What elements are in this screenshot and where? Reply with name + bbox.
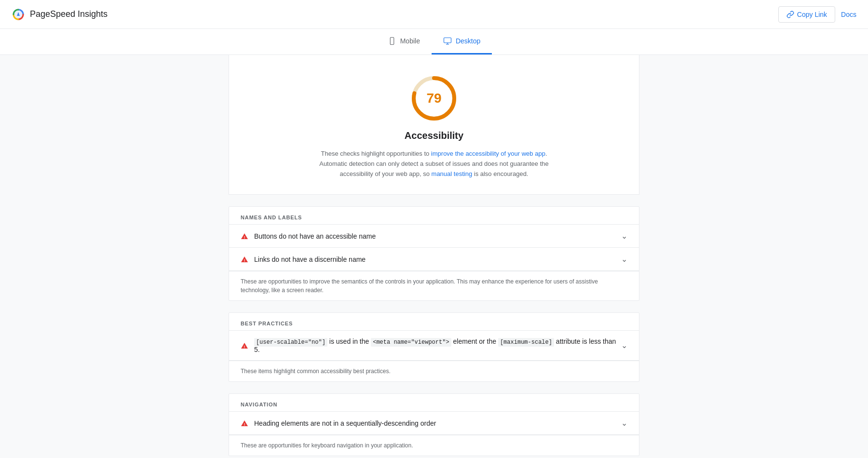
code-meta-viewport: <meta name="viewport"> bbox=[371, 338, 451, 347]
mobile-icon bbox=[388, 37, 396, 45]
pagespeed-logo bbox=[12, 8, 25, 21]
accessibility-link[interactable]: improve the accessibility of your web ap… bbox=[431, 150, 545, 157]
score-circle: 79 bbox=[410, 74, 458, 122]
section-names-and-labels: NAMES AND LABELS ! Buttons do not have a… bbox=[229, 206, 639, 301]
audit-item-viewport[interactable]: ! [user-scalable="no"] is used in the <m… bbox=[229, 331, 639, 361]
audit-text-headings: Heading elements are not in a sequential… bbox=[254, 419, 436, 427]
score-section: 79 Accessibility These checks highlight … bbox=[229, 55, 639, 195]
section-note-navigation: These are opportunities for keyboard nav… bbox=[229, 435, 639, 456]
section-note-best-practices: These items highlight common accessibili… bbox=[229, 361, 639, 381]
page-header: PageSpeed Insights Copy Link Docs bbox=[0, 0, 868, 29]
section-heading-names-labels: NAMES AND LABELS bbox=[229, 207, 639, 225]
tab-desktop[interactable]: Desktop bbox=[432, 29, 492, 54]
warning-icon-2: ! bbox=[241, 256, 248, 263]
app-title: PageSpeed Insights bbox=[30, 9, 108, 19]
svg-rect-4 bbox=[444, 38, 451, 43]
docs-link[interactable]: Docs bbox=[841, 11, 856, 18]
header-left: PageSpeed Insights bbox=[12, 8, 108, 21]
code-user-scalable: [user-scalable="no"] bbox=[254, 338, 327, 347]
audit-item-links[interactable]: ! Links do not have a discernible name ⌄ bbox=[229, 248, 639, 271]
code-maximum-scale: [maximum-scale] bbox=[498, 338, 554, 347]
desktop-icon bbox=[443, 37, 452, 45]
audit-text-links: Links do not have a discernible name bbox=[254, 256, 366, 263]
score-description: These checks highlight opportunities to … bbox=[313, 149, 555, 179]
audit-text-viewport: [user-scalable="no"] is used in the <met… bbox=[254, 337, 621, 353]
section-heading-best-practices: BEST PRACTICES bbox=[229, 313, 639, 331]
chevron-icon-1: ⌄ bbox=[621, 231, 627, 241]
svg-text:!: ! bbox=[244, 235, 245, 240]
main-content: 79 Accessibility These checks highlight … bbox=[217, 55, 651, 458]
tab-mobile-label: Mobile bbox=[400, 37, 420, 45]
svg-rect-2 bbox=[390, 38, 394, 45]
svg-text:!: ! bbox=[244, 345, 245, 349]
section-navigation: NAVIGATION ! Heading elements are not in… bbox=[229, 393, 639, 456]
warning-icon-3: ! bbox=[241, 342, 248, 350]
chevron-icon-4: ⌄ bbox=[621, 418, 627, 428]
audit-item-headings[interactable]: ! Heading elements are not in a sequenti… bbox=[229, 412, 639, 435]
svg-text:!: ! bbox=[244, 422, 245, 427]
manual-testing-link[interactable]: manual testing bbox=[432, 170, 473, 177]
audit-item-left-2: ! Links do not have a discernible name bbox=[241, 256, 366, 263]
audit-text-buttons: Buttons do not have an accessible name bbox=[254, 232, 376, 240]
link-icon bbox=[787, 11, 794, 18]
tab-mobile[interactable]: Mobile bbox=[376, 29, 432, 54]
section-note-names-labels: These are opportunities to improve the s… bbox=[229, 271, 639, 300]
chevron-icon-2: ⌄ bbox=[621, 255, 627, 264]
audit-item-left-4: ! Heading elements are not in a sequenti… bbox=[241, 419, 436, 427]
audit-item-left-3: ! [user-scalable="no"] is used in the <m… bbox=[241, 337, 621, 353]
score-circle-container: 79 bbox=[241, 74, 627, 122]
chevron-icon-3: ⌄ bbox=[621, 341, 627, 350]
score-number: 79 bbox=[426, 91, 441, 106]
tabs: Mobile Desktop bbox=[376, 29, 492, 54]
header-right: Copy Link Docs bbox=[778, 6, 856, 23]
tab-desktop-label: Desktop bbox=[456, 37, 480, 45]
tabs-container: Mobile Desktop bbox=[0, 29, 868, 55]
warning-icon-4: ! bbox=[241, 419, 248, 427]
copy-link-label: Copy Link bbox=[797, 11, 827, 18]
copy-link-button[interactable]: Copy Link bbox=[778, 6, 835, 23]
audit-item-buttons[interactable]: ! Buttons do not have an accessible name… bbox=[229, 225, 639, 248]
warning-icon-1: ! bbox=[241, 232, 248, 240]
audit-item-left: ! Buttons do not have an accessible name bbox=[241, 232, 376, 240]
section-heading-navigation: NAVIGATION bbox=[229, 394, 639, 412]
svg-text:!: ! bbox=[244, 258, 245, 263]
score-title: Accessibility bbox=[241, 130, 627, 141]
section-best-practices: BEST PRACTICES ! [user-scalable="no"] is… bbox=[229, 312, 639, 382]
